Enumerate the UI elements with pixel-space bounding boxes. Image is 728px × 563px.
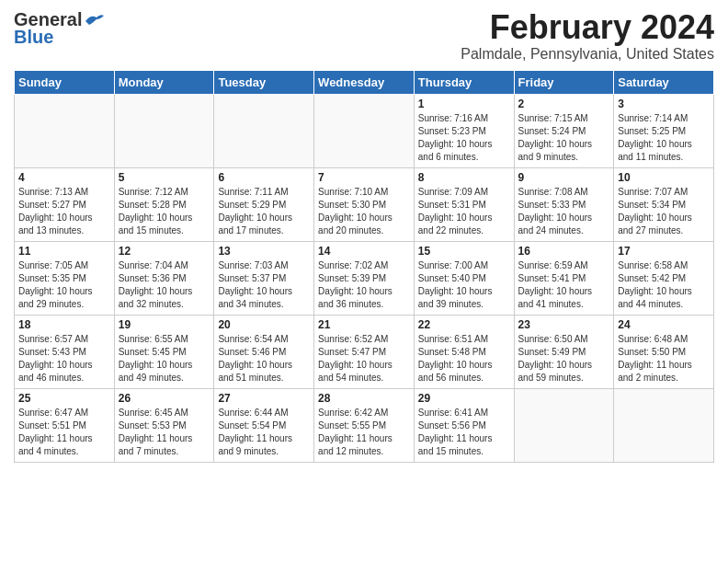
day-info: Sunrise: 6:42 AM Sunset: 5:55 PM Dayligh… bbox=[318, 407, 410, 458]
calendar-cell: 6Sunrise: 7:11 AM Sunset: 5:29 PM Daylig… bbox=[214, 167, 314, 241]
calendar-cell bbox=[514, 388, 614, 462]
day-info: Sunrise: 7:08 AM Sunset: 5:33 PM Dayligh… bbox=[518, 186, 610, 237]
day-number: 21 bbox=[318, 318, 410, 331]
day-info: Sunrise: 7:15 AM Sunset: 5:24 PM Dayligh… bbox=[518, 112, 610, 164]
day-number: 23 bbox=[518, 318, 610, 331]
weekday-header-monday: Monday bbox=[114, 70, 214, 94]
calendar-cell: 14Sunrise: 7:02 AM Sunset: 5:39 PM Dayli… bbox=[314, 241, 415, 315]
weekday-header-friday: Friday bbox=[514, 70, 614, 94]
day-number: 22 bbox=[418, 318, 510, 331]
calendar-cell: 28Sunrise: 6:42 AM Sunset: 5:55 PM Dayli… bbox=[314, 388, 415, 462]
day-info: Sunrise: 7:05 AM Sunset: 5:35 PM Dayligh… bbox=[18, 259, 110, 311]
calendar-week-row: 25Sunrise: 6:47 AM Sunset: 5:51 PM Dayli… bbox=[15, 388, 714, 462]
calendar-cell: 21Sunrise: 6:52 AM Sunset: 5:47 PM Dayli… bbox=[314, 315, 415, 388]
day-info: Sunrise: 7:09 AM Sunset: 5:31 PM Dayligh… bbox=[418, 186, 510, 237]
day-number: 7 bbox=[318, 171, 410, 184]
weekday-header-wednesday: Wednesday bbox=[314, 70, 415, 94]
day-info: Sunrise: 7:02 AM Sunset: 5:39 PM Dayligh… bbox=[318, 259, 410, 311]
calendar-cell bbox=[314, 94, 415, 167]
day-info: Sunrise: 6:54 AM Sunset: 5:46 PM Dayligh… bbox=[218, 333, 310, 385]
day-info: Sunrise: 6:47 AM Sunset: 5:51 PM Dayligh… bbox=[18, 407, 110, 458]
day-number: 14 bbox=[318, 245, 410, 258]
day-number: 10 bbox=[618, 171, 710, 184]
day-number: 16 bbox=[518, 245, 610, 258]
day-info: Sunrise: 7:14 AM Sunset: 5:25 PM Dayligh… bbox=[618, 112, 710, 164]
day-number: 11 bbox=[18, 245, 110, 258]
calendar-cell: 7Sunrise: 7:10 AM Sunset: 5:30 PM Daylig… bbox=[314, 167, 415, 241]
day-info: Sunrise: 7:13 AM Sunset: 5:27 PM Dayligh… bbox=[18, 186, 110, 237]
day-info: Sunrise: 6:55 AM Sunset: 5:45 PM Dayligh… bbox=[119, 333, 210, 385]
day-info: Sunrise: 7:07 AM Sunset: 5:34 PM Dayligh… bbox=[618, 186, 710, 237]
day-info: Sunrise: 7:00 AM Sunset: 5:40 PM Dayligh… bbox=[418, 259, 510, 311]
calendar-cell: 2Sunrise: 7:15 AM Sunset: 5:24 PM Daylig… bbox=[514, 94, 614, 167]
day-number: 17 bbox=[618, 245, 710, 258]
day-info: Sunrise: 6:50 AM Sunset: 5:49 PM Dayligh… bbox=[518, 333, 610, 385]
day-info: Sunrise: 7:12 AM Sunset: 5:28 PM Dayligh… bbox=[119, 186, 210, 237]
day-number: 28 bbox=[318, 392, 410, 405]
day-number: 8 bbox=[418, 171, 510, 184]
day-number: 26 bbox=[119, 392, 210, 405]
day-number: 24 bbox=[618, 318, 710, 331]
day-number: 15 bbox=[418, 245, 510, 258]
day-number: 3 bbox=[618, 98, 710, 110]
month-title: February 2024 bbox=[461, 9, 714, 46]
page-header: General Blue February 2024 Palmdale, Pen… bbox=[14, 9, 714, 63]
day-info: Sunrise: 6:45 AM Sunset: 5:53 PM Dayligh… bbox=[119, 407, 210, 458]
logo-bird-icon bbox=[84, 12, 104, 27]
day-number: 1 bbox=[418, 98, 510, 110]
calendar-cell: 23Sunrise: 6:50 AM Sunset: 5:49 PM Dayli… bbox=[514, 315, 614, 388]
day-number: 4 bbox=[18, 171, 110, 184]
day-info: Sunrise: 6:44 AM Sunset: 5:54 PM Dayligh… bbox=[218, 407, 310, 458]
day-info: Sunrise: 6:52 AM Sunset: 5:47 PM Dayligh… bbox=[318, 333, 410, 385]
day-info: Sunrise: 7:10 AM Sunset: 5:30 PM Dayligh… bbox=[318, 186, 410, 237]
calendar-cell: 20Sunrise: 6:54 AM Sunset: 5:46 PM Dayli… bbox=[214, 315, 314, 388]
calendar-table: SundayMondayTuesdayWednesdayThursdayFrid… bbox=[14, 70, 714, 463]
day-number: 27 bbox=[218, 392, 310, 405]
weekday-header-sunday: Sunday bbox=[15, 70, 115, 94]
day-number: 29 bbox=[418, 392, 510, 405]
calendar-cell: 10Sunrise: 7:07 AM Sunset: 5:34 PM Dayli… bbox=[614, 167, 714, 241]
calendar-cell: 19Sunrise: 6:55 AM Sunset: 5:45 PM Dayli… bbox=[114, 315, 214, 388]
calendar-cell: 9Sunrise: 7:08 AM Sunset: 5:33 PM Daylig… bbox=[514, 167, 614, 241]
calendar-cell bbox=[15, 94, 115, 167]
calendar-cell: 13Sunrise: 7:03 AM Sunset: 5:37 PM Dayli… bbox=[214, 241, 314, 315]
logo-blue-text: Blue bbox=[14, 27, 53, 48]
day-info: Sunrise: 6:41 AM Sunset: 5:56 PM Dayligh… bbox=[418, 407, 510, 458]
calendar-cell: 25Sunrise: 6:47 AM Sunset: 5:51 PM Dayli… bbox=[15, 388, 115, 462]
calendar-week-row: 18Sunrise: 6:57 AM Sunset: 5:43 PM Dayli… bbox=[15, 315, 714, 388]
day-number: 9 bbox=[518, 171, 610, 184]
day-number: 5 bbox=[119, 171, 210, 184]
calendar-week-row: 1Sunrise: 7:16 AM Sunset: 5:23 PM Daylig… bbox=[15, 94, 714, 167]
day-number: 25 bbox=[18, 392, 110, 405]
calendar-cell: 16Sunrise: 6:59 AM Sunset: 5:41 PM Dayli… bbox=[514, 241, 614, 315]
day-info: Sunrise: 6:59 AM Sunset: 5:41 PM Dayligh… bbox=[518, 259, 610, 311]
day-info: Sunrise: 7:16 AM Sunset: 5:23 PM Dayligh… bbox=[418, 112, 510, 164]
calendar-cell: 29Sunrise: 6:41 AM Sunset: 5:56 PM Dayli… bbox=[414, 388, 514, 462]
calendar-week-row: 11Sunrise: 7:05 AM Sunset: 5:35 PM Dayli… bbox=[15, 241, 714, 315]
calendar-cell: 1Sunrise: 7:16 AM Sunset: 5:23 PM Daylig… bbox=[414, 94, 514, 167]
day-number: 6 bbox=[218, 171, 310, 184]
calendar-cell: 26Sunrise: 6:45 AM Sunset: 5:53 PM Dayli… bbox=[114, 388, 214, 462]
logo: General Blue bbox=[14, 9, 104, 48]
calendar-cell: 24Sunrise: 6:48 AM Sunset: 5:50 PM Dayli… bbox=[614, 315, 714, 388]
day-number: 19 bbox=[119, 318, 210, 331]
calendar-cell: 4Sunrise: 7:13 AM Sunset: 5:27 PM Daylig… bbox=[15, 167, 115, 241]
day-info: Sunrise: 6:57 AM Sunset: 5:43 PM Dayligh… bbox=[18, 333, 110, 385]
weekday-header-saturday: Saturday bbox=[614, 70, 714, 94]
day-number: 18 bbox=[18, 318, 110, 331]
calendar-cell: 17Sunrise: 6:58 AM Sunset: 5:42 PM Dayli… bbox=[614, 241, 714, 315]
day-number: 12 bbox=[119, 245, 210, 258]
day-number: 2 bbox=[518, 98, 610, 110]
day-info: Sunrise: 6:51 AM Sunset: 5:48 PM Dayligh… bbox=[418, 333, 510, 385]
calendar-cell: 22Sunrise: 6:51 AM Sunset: 5:48 PM Dayli… bbox=[414, 315, 514, 388]
calendar-cell: 8Sunrise: 7:09 AM Sunset: 5:31 PM Daylig… bbox=[414, 167, 514, 241]
calendar-cell: 11Sunrise: 7:05 AM Sunset: 5:35 PM Dayli… bbox=[15, 241, 115, 315]
calendar-cell: 27Sunrise: 6:44 AM Sunset: 5:54 PM Dayli… bbox=[214, 388, 314, 462]
weekday-header-tuesday: Tuesday bbox=[214, 70, 314, 94]
day-info: Sunrise: 7:04 AM Sunset: 5:36 PM Dayligh… bbox=[119, 259, 210, 311]
day-info: Sunrise: 7:03 AM Sunset: 5:37 PM Dayligh… bbox=[218, 259, 310, 311]
calendar-cell: 18Sunrise: 6:57 AM Sunset: 5:43 PM Dayli… bbox=[15, 315, 115, 388]
day-number: 13 bbox=[218, 245, 310, 258]
calendar-cell bbox=[114, 94, 214, 167]
calendar-cell: 3Sunrise: 7:14 AM Sunset: 5:25 PM Daylig… bbox=[614, 94, 714, 167]
